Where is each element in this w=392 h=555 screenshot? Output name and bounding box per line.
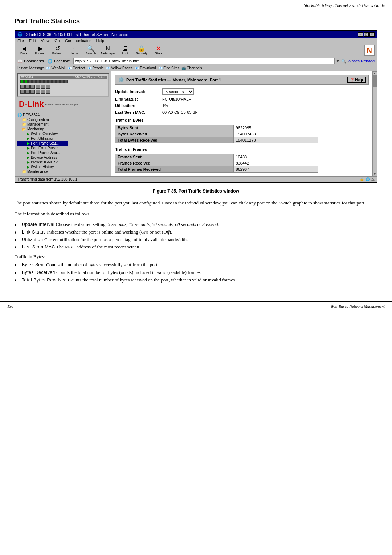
port-connector-6[interactable] (46, 85, 50, 89)
bullet-util-label: Utilization (22, 237, 43, 242)
port-led-9[interactable] (52, 80, 56, 83)
scroll-down-arrow[interactable]: ▼ (373, 172, 377, 176)
bookmark-instant-message[interactable]: Instant Message (17, 66, 44, 70)
last-seen-mac-value: 00-A0-C9-C5-83-3F (162, 110, 197, 114)
port-connector-3[interactable] (30, 85, 35, 89)
nav-item-management[interactable]: 📁 Management (17, 122, 68, 127)
search-button[interactable]: 🔍 Search (84, 46, 97, 55)
print-label: Print (122, 52, 128, 55)
total-frames-received-row: Total Frames Received 862967 (115, 166, 318, 173)
frames-sent-label: Frames Sent (115, 154, 234, 160)
browser-titlebar: 🌐 D-Link DES-3624i 10/100 Fast Ethernet … (15, 31, 377, 38)
page-title: Port Traffic Statistics (15, 17, 377, 25)
menu-help[interactable]: Help (96, 39, 105, 43)
menu-view[interactable]: View (41, 39, 50, 43)
switch-header: DES-3624i 10/100 Fast Ethernet Switch (20, 76, 107, 79)
menu-go[interactable]: Go (54, 39, 60, 43)
update-interval-select[interactable]: 5 seconds 15 seconds 30 seconds 60 secon… (162, 88, 194, 95)
browser-toolbar: ◀ Back ▶ Forward ↺ Reload ⌂ Home 🔍 Searc… (15, 44, 377, 57)
statusbar-icons: 🔒 🌐 ⚠ (360, 177, 375, 181)
port-led-3[interactable] (28, 80, 32, 83)
forward-button[interactable]: ▶ Forward (34, 46, 47, 55)
port-connector-12[interactable] (46, 90, 50, 94)
bookmark-find-sites[interactable]: 📧 Find Sites (158, 66, 179, 70)
home-button[interactable]: ⌂ Home (68, 46, 81, 55)
port-led-10[interactable] (56, 80, 60, 83)
location-icon: 🌐 (48, 59, 53, 64)
menu-communicator[interactable]: Communicator (65, 39, 91, 43)
bookmark-webmail[interactable]: 📧 WebMail (46, 66, 65, 70)
port-connector-10[interactable] (36, 90, 40, 94)
nav-item-monitoring[interactable]: 📂 Monitoring (17, 127, 68, 131)
port-led-6[interactable] (40, 80, 44, 83)
help-label: Help (355, 78, 363, 82)
netscape-button[interactable]: N Netscape (101, 46, 115, 55)
nav-item-browse-address[interactable]: ▶ Browse Address (17, 155, 68, 160)
webmail-icon: 📧 (46, 66, 50, 70)
nav-item-port-error-packet[interactable]: ▶ Port Error Packe... (17, 146, 68, 150)
port-connector-2[interactable] (25, 85, 30, 89)
bullet-bytes-sent: Bytes Sent Counts the number of bytes su… (15, 261, 377, 269)
menu-file[interactable]: File (17, 39, 24, 43)
minimize-btn[interactable]: − (358, 32, 363, 37)
nav-item-port-packet-ana[interactable]: ▶ Port Packet Ana... (17, 150, 68, 155)
reload-button[interactable]: ↺ Reload (51, 46, 64, 55)
scrollbar-vertical[interactable]: ▲ ▼ (372, 71, 377, 176)
port-connector-1[interactable] (20, 85, 25, 89)
port-connector-9[interactable] (30, 90, 35, 94)
port-connector-8[interactable] (25, 90, 30, 94)
yellow-pages-icon: 📧 (106, 66, 110, 70)
scroll-thumb[interactable] (373, 76, 377, 87)
port-connector-11[interactable] (41, 90, 45, 94)
print-button[interactable]: 🖨 Print (118, 46, 131, 55)
menu-edit[interactable]: Edit (29, 39, 36, 43)
port-led-11[interactable] (60, 80, 64, 83)
port-led-1[interactable] (20, 80, 24, 83)
bullet-bs-label: Bytes Sent (22, 262, 45, 267)
port-led-12[interactable] (64, 80, 68, 83)
security-button[interactable]: 🔒 Security (135, 46, 148, 55)
nav-item-port-utilization[interactable]: ▶ Port Utilization (17, 136, 68, 141)
nav-item-port-traffic-stat[interactable]: ▶ Port Traffic Stat... (17, 141, 68, 146)
last-seen-mac-label: Last Seen MAC: (115, 110, 162, 114)
nav-item-browse-igmp[interactable]: ▶ Browse IGMP St (17, 160, 68, 165)
nav-label-port-utilization: Port Utilization (31, 137, 54, 141)
help-button[interactable]: ❓ Help (347, 77, 366, 83)
port-connector-7[interactable] (20, 90, 25, 94)
what-related-label[interactable]: What's Related (348, 59, 375, 63)
close-btn[interactable]: × (369, 32, 375, 37)
home-icon: ⌂ (72, 46, 76, 52)
scroll-up-arrow[interactable]: ▲ (373, 71, 377, 76)
port-led-2[interactable] (24, 80, 28, 83)
port-connector-4[interactable] (36, 85, 40, 89)
bookmark-yellow-pages[interactable]: 📧 Yellow Pages (106, 66, 133, 70)
maximize-btn[interactable]: □ (364, 32, 369, 37)
port-led-4[interactable] (32, 80, 36, 83)
search-icon: 🔍 (87, 46, 94, 52)
nav-icon-so: ▶ (27, 132, 30, 136)
port-led-5[interactable] (36, 80, 40, 83)
bookmark-download[interactable]: 📧 Download (135, 66, 156, 70)
frames-received-value: 838442 (233, 160, 318, 166)
back-button[interactable]: ◀ Back (17, 46, 30, 55)
nav-item-switch-overview[interactable]: ▶ Switch Overview (17, 131, 68, 136)
port-led-7[interactable] (44, 80, 48, 83)
dropdown-arrow-icon[interactable]: ▼ (336, 59, 340, 63)
location-input[interactable] (73, 58, 335, 64)
nav-item-maintenance[interactable]: 📁 Maintenance (17, 169, 68, 174)
port-led-8[interactable] (48, 80, 52, 83)
stop-button[interactable]: ✕ Stop (152, 46, 165, 55)
forward-label: Forward (34, 52, 46, 55)
bookmark-channels[interactable]: 📺 Channels (181, 66, 202, 70)
location-label: Location: (54, 59, 70, 63)
bullet-ui-label: Update Interval (22, 222, 54, 227)
port-connector-5[interactable] (41, 85, 45, 89)
nav-item-des3624i[interactable]: 🌐 DES-3624i (17, 113, 68, 117)
traffic-bytes-title: Traffic in Bytes (115, 118, 369, 122)
bookmark-contact[interactable]: 📧 Contact (68, 66, 85, 70)
bookmark-people[interactable]: 📧 People (87, 66, 104, 70)
find-sites-icon: 📧 (158, 66, 163, 70)
nav-item-switch-history[interactable]: ▶ Switch History (17, 165, 68, 169)
nav-item-configuration[interactable]: 📁 Configuration (17, 117, 68, 122)
dlink-logo-text: D-Link (19, 100, 44, 109)
